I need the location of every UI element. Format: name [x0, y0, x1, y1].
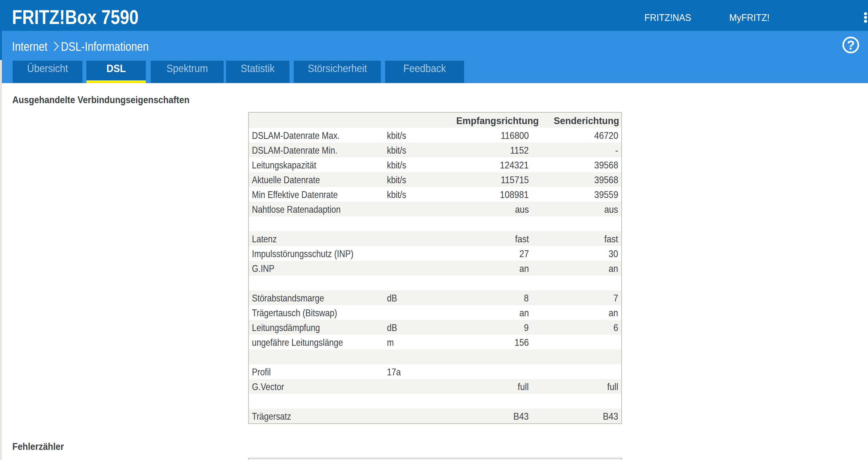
- svg-text:?: ?: [847, 38, 855, 52]
